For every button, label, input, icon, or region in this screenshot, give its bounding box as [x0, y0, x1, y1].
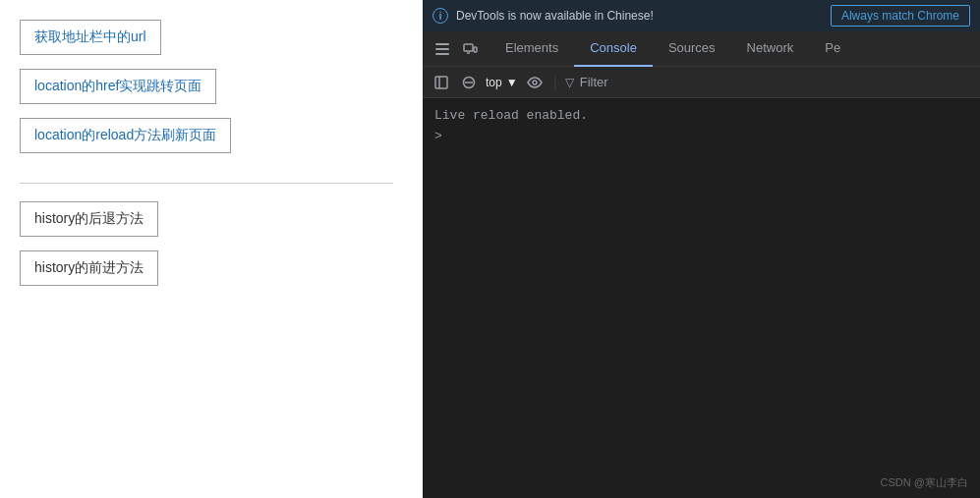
location-reload-button[interactable]: location的reload方法刷新页面 [20, 118, 231, 153]
info-bar-left: i DevTools is now available in Chinese! [432, 8, 654, 24]
sidebar-toggle-button[interactable] [431, 72, 452, 93]
tab-network[interactable]: Network [731, 31, 810, 67]
console-prompt-line: > [434, 125, 968, 147]
clear-console-button[interactable] [458, 72, 480, 93]
svg-point-10 [533, 81, 537, 84]
context-selector[interactable]: top ▼ [486, 76, 518, 89]
get-url-button[interactable]: 获取地址栏中的url [20, 20, 161, 55]
match-chrome-button[interactable]: Always match Chrome [831, 5, 970, 27]
top-button-group: 获取地址栏中的url location的href实现跳转页面 location的… [20, 20, 403, 153]
device-toolbar-icon[interactable] [458, 37, 482, 61]
tab-console[interactable]: Console [574, 31, 653, 67]
history-forward-button[interactable]: history的前进方法 [20, 250, 158, 286]
svg-rect-3 [464, 44, 473, 51]
console-text-1: Live reload enabled. [434, 108, 588, 123]
eye-icon[interactable] [524, 72, 546, 93]
svg-rect-0 [435, 43, 449, 45]
svg-rect-6 [435, 77, 447, 88]
console-output: Live reload enabled. > [423, 98, 980, 498]
filter-label[interactable]: Filter [580, 75, 608, 89]
info-text: DevTools is now available in Chinese! [456, 9, 654, 23]
location-href-button[interactable]: location的href实现跳转页面 [20, 69, 216, 104]
svg-rect-1 [435, 48, 449, 50]
bottom-button-group: history的后退方法 history的前进方法 [20, 201, 403, 286]
tab-bar: Elements Console Sources Network Pe [423, 31, 980, 67]
tab-elements[interactable]: Elements [490, 31, 574, 67]
devtools-panel: i DevTools is now available in Chinese! … [423, 0, 980, 498]
svg-rect-2 [435, 53, 449, 55]
tab-sources[interactable]: Sources [653, 31, 731, 67]
filter-input-area: ▽ Filter [565, 75, 972, 89]
info-icon: i [432, 8, 448, 24]
tab-performance[interactable]: Pe [809, 31, 856, 67]
console-prompt[interactable]: > [434, 127, 442, 145]
info-bar: i DevTools is now available in Chinese! … [423, 0, 980, 31]
footer-watermark: CSDN @寒山李白 [881, 475, 968, 490]
left-panel: 获取地址栏中的url location的href实现跳转页面 location的… [0, 0, 423, 498]
svg-rect-4 [474, 47, 477, 52]
history-back-button[interactable]: history的后退方法 [20, 201, 158, 237]
console-toolbar: top ▼ | ▽ Filter [423, 67, 980, 98]
section-divider [20, 183, 393, 184]
console-line-1: Live reload enabled. [434, 106, 968, 125]
devtools-menu-icon[interactable] [431, 37, 454, 61]
filter-icon: ▽ [565, 76, 574, 89]
tab-icons [423, 37, 490, 61]
